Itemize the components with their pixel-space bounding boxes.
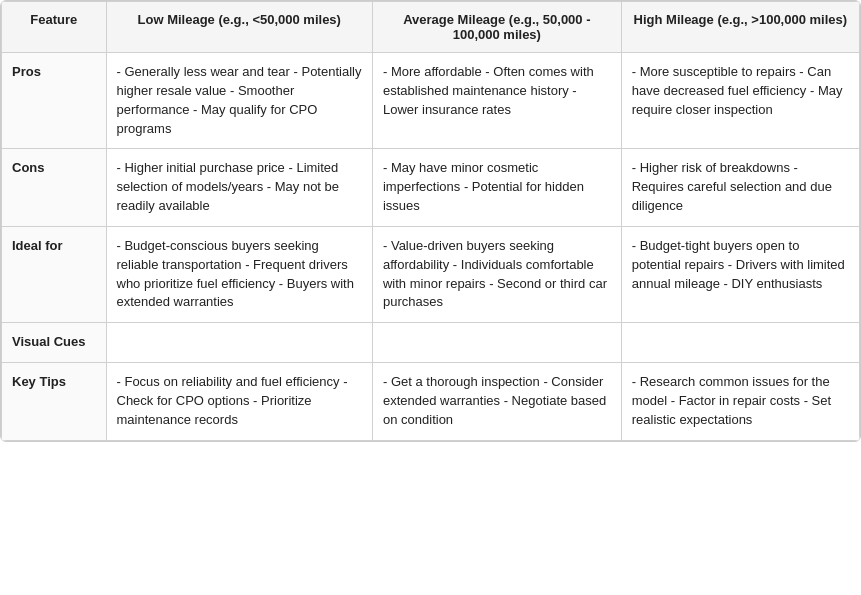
row-1-low: - Higher initial purchase price - Limite… (106, 149, 372, 227)
table-row: Ideal for- Budget-conscious buyers seeki… (2, 226, 860, 322)
row-4-low: - Focus on reliability and fuel efficien… (106, 363, 372, 441)
table-row: Visual Cues (2, 323, 860, 363)
row-0-avg: - More affordable - Often comes with est… (372, 53, 621, 149)
row-label-3: Visual Cues (2, 323, 107, 363)
row-1-high: - Higher risk of breakdowns - Requires c… (621, 149, 859, 227)
table-row: Cons- Higher initial purchase price - Li… (2, 149, 860, 227)
row-4-high: - Research common issues for the model -… (621, 363, 859, 441)
header-avg: Average Mileage (e.g., 50,000 - 100,000 … (372, 2, 621, 53)
header-feature: Feature (2, 2, 107, 53)
row-1-avg: - May have minor cosmetic imperfections … (372, 149, 621, 227)
header-low: Low Mileage (e.g., <50,000 miles) (106, 2, 372, 53)
table-row: Key Tips- Focus on reliability and fuel … (2, 363, 860, 441)
row-0-high: - More susceptible to repairs - Can have… (621, 53, 859, 149)
row-label-0: Pros (2, 53, 107, 149)
row-3-avg (372, 323, 621, 363)
row-label-4: Key Tips (2, 363, 107, 441)
table-row: Pros- Generally less wear and tear - Pot… (2, 53, 860, 149)
row-label-2: Ideal for (2, 226, 107, 322)
row-label-1: Cons (2, 149, 107, 227)
comparison-table: Feature Low Mileage (e.g., <50,000 miles… (0, 0, 861, 442)
row-0-low: - Generally less wear and tear - Potenti… (106, 53, 372, 149)
row-2-low: - Budget-conscious buyers seeking reliab… (106, 226, 372, 322)
row-2-avg: - Value-driven buyers seeking affordabil… (372, 226, 621, 322)
row-4-avg: - Get a thorough inspection - Consider e… (372, 363, 621, 441)
row-3-low (106, 323, 372, 363)
row-2-high: - Budget-tight buyers open to potential … (621, 226, 859, 322)
header-high: High Mileage (e.g., >100,000 miles) (621, 2, 859, 53)
row-3-high (621, 323, 859, 363)
